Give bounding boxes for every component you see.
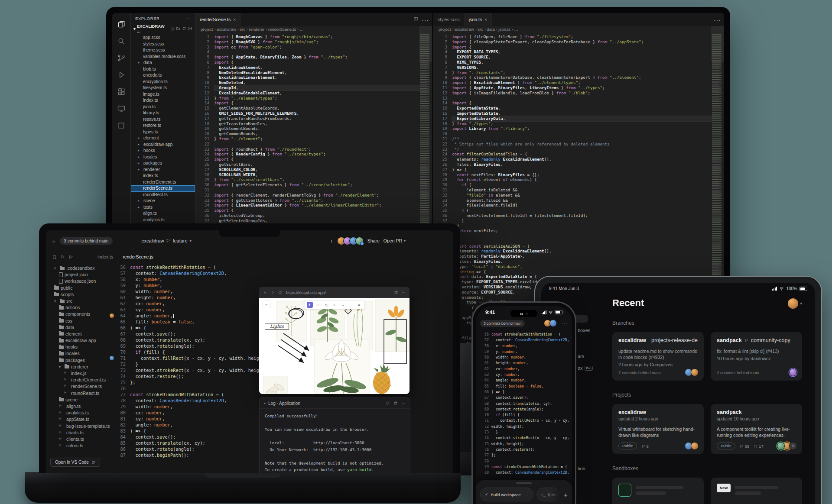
code-line[interactable]: 9import { clearElementsForDatabase, clea… (433, 75, 712, 80)
add-terminal-button[interactable]: + (564, 491, 568, 498)
code-line[interactable]: 74 context.strokeRect(x - cx, y - cy, (479, 435, 572, 441)
open-in-vscode-button[interactable]: Open in VS Code (50, 458, 100, 467)
workspace-section-header[interactable]: ▾ EXCALIDRAW ... (131, 23, 195, 35)
tree-item-variables.module.scss[interactable]: variables.module.scss (131, 54, 195, 60)
sheet-handle[interactable] (516, 482, 532, 484)
tree-item-scene[interactable]: scene (46, 397, 110, 403)
code-line[interactable]: 13 (433, 96, 712, 101)
tab-renderscene[interactable]: renderScene.ts× (195, 13, 240, 26)
reload-icon[interactable] (278, 290, 282, 294)
tree-item-index.js[interactable]: /*index.js (46, 370, 110, 377)
code-line[interactable]: 61 height: number, (479, 360, 572, 366)
code-line[interactable]: 6import { (195, 60, 420, 65)
add-icon[interactable]: + (330, 238, 333, 244)
copy-icon[interactable] (393, 401, 398, 405)
code-line[interactable]: 18} from "./types"; (433, 121, 712, 126)
sandbox-card[interactable]: New (711, 478, 802, 504)
repo-branch-selector[interactable]: excalidraw feature ▾ (141, 238, 191, 243)
code-line[interactable]: 38 } (433, 223, 712, 228)
breadcrumb[interactable]: project › excalidraw › src › renderer › … (195, 26, 432, 33)
build-task-button[interactable]: ✓ Build workspace ··· (480, 488, 533, 501)
tree-item-data[interactable]: data (46, 324, 110, 331)
code-line[interactable]: 58 x: number, (479, 343, 572, 349)
code-line[interactable]: 69 context.rotate(angle); (479, 407, 572, 412)
tree-item-colors.ts[interactable]: /*colors.ts (46, 443, 110, 449)
diamond-tool[interactable]: ◇ (323, 302, 329, 308)
code-line[interactable]: 29} from "../scene/scrollbars"; (195, 177, 420, 182)
tree-item-renderScene.ts[interactable]: renderScene.ts (131, 185, 195, 192)
tree-item-json.ts[interactable]: json.ts (131, 104, 195, 110)
tree-item-scene[interactable]: ▸scene (131, 198, 195, 204)
code-line[interactable]: 59 y: number, (479, 349, 572, 355)
code-line[interactable]: 75width, height); (479, 441, 572, 447)
more-icon[interactable]: ··· (562, 321, 568, 326)
tree-item-library.ts[interactable]: library.ts (131, 110, 195, 116)
forward-icon[interactable] (270, 290, 275, 294)
minimap-viewport[interactable] (711, 26, 724, 62)
code-line[interactable]: 45 files: BinaryFiles, (433, 259, 712, 264)
code-line[interactable]: 43 elements: readonly ExcalidrawElement[… (433, 249, 712, 254)
code-line[interactable]: 24import { RenderConfig } from "../scene… (195, 152, 420, 157)
tree-item-roundReact.ts[interactable]: /*roundReact.ts (46, 390, 110, 397)
code-line[interactable]: 57 context: CanvasRenderingContext2D, (479, 337, 572, 343)
code-editor[interactable]: 56const strokeRectWithRotation = (57 con… (479, 332, 572, 504)
code-line[interactable]: 23 */ (433, 147, 712, 152)
code-line[interactable]: 63 cy: number, (479, 372, 572, 378)
tree-item-analytics.ts[interactable]: /*analytics.ts (46, 410, 110, 416)
code-line[interactable]: 13} from "../element/types"; (195, 96, 420, 101)
code-line[interactable]: 25 elements: readonly ExcalidrawElement[… (433, 157, 712, 162)
code-line[interactable]: 18 getTransformHandles, (195, 121, 420, 126)
tree-item-excalidraw-app[interactable]: ▸excalidraw-app (131, 142, 195, 148)
tree-item-components[interactable]: components (46, 311, 110, 317)
code-line[interactable]: 36 nextFiles[element.fileId] = files[ele… (433, 213, 712, 218)
code-line[interactable]: 11 GroupId, (195, 85, 420, 90)
code-line[interactable]: 56const strokeRectWithRotation = ( (479, 332, 572, 337)
tree-item-encode.ts[interactable]: encode.ts (131, 72, 195, 79)
new-file-icon[interactable] (170, 26, 174, 31)
tree-item-element[interactable]: ▸element (131, 135, 195, 142)
code-line[interactable]: 56const strokeRectWithRotation = ( (110, 264, 453, 270)
sidebar-item-team[interactable]: am (578, 354, 584, 359)
more-actions-icon[interactable]: ··· (714, 16, 721, 24)
tree-item-renderer[interactable]: ▾renderer (131, 167, 195, 173)
code-line[interactable]: 58 x: number, (110, 276, 453, 282)
minimap-viewport[interactable] (419, 26, 432, 62)
tree-item-src[interactable]: ▾src (46, 298, 110, 304)
sidebar-item-documentation[interactable]: tion (578, 466, 585, 471)
more-actions-icon[interactable]: ··· (422, 16, 429, 24)
code-line[interactable]: 3import { (433, 45, 712, 50)
tree-item-appState.ts[interactable]: /*appState.ts (46, 416, 110, 423)
tab-index[interactable]: index.ts (98, 254, 113, 259)
code-line[interactable]: 17 getTransformHandlesFromCoords, (195, 116, 420, 121)
code-line[interactable]: 1import { RoughCanvas } from "roughjs/bi… (195, 34, 420, 39)
code-line[interactable]: 26 files: BinaryFiles, (433, 162, 712, 167)
tree-item-actions[interactable]: actions (46, 304, 110, 311)
code-line[interactable]: 41 (433, 239, 712, 244)
code-line[interactable]: 14import { (195, 100, 420, 106)
code-line[interactable]: 28 const nextFiles: BinaryFiles = {}; (433, 172, 712, 178)
refresh-icon[interactable] (182, 26, 186, 31)
tree-item-packages[interactable]: packages (46, 357, 110, 364)
tree-item-analytics.ts[interactable]: analytics.ts (131, 217, 195, 223)
tree-item-align.ts[interactable]: align.ts (131, 210, 195, 217)
ellipse-tool[interactable]: ○ (332, 302, 338, 308)
hamburger-menu-icon[interactable]: ≡ (262, 300, 271, 309)
code-line[interactable]: 34 files[element.fileId] (433, 203, 712, 208)
explorer-icon[interactable] (117, 20, 126, 29)
code-line[interactable]: 72width, height); (479, 424, 572, 430)
tree-item-tests[interactable]: ▸tests (131, 204, 195, 211)
code-line[interactable]: 73 } (479, 430, 572, 435)
code-line[interactable]: 22 (195, 142, 420, 147)
tree-item-renderer[interactable]: ▾renderer (46, 364, 110, 370)
tree-item-theme.scss[interactable]: theme.scss (131, 47, 195, 54)
code-line[interactable]: 10 NonDeleted, (195, 80, 420, 85)
avatar[interactable] (355, 237, 364, 245)
code-line[interactable]: 8 NonDeletedExcalidrawElement, (195, 70, 420, 75)
tree-item-css[interactable]: css (46, 318, 110, 324)
code-line[interactable]: 31 !element.isDeleted && (433, 187, 712, 193)
code-line[interactable]: 2import { cleanAppStateForExport, clearA… (433, 39, 712, 45)
code-line[interactable]: 16 ImportedDataState, (433, 111, 712, 116)
close-icon[interactable]: × (233, 17, 236, 22)
code-line[interactable]: 70 if (fill) { (479, 412, 572, 418)
more-icon[interactable]: ··· (523, 492, 529, 497)
